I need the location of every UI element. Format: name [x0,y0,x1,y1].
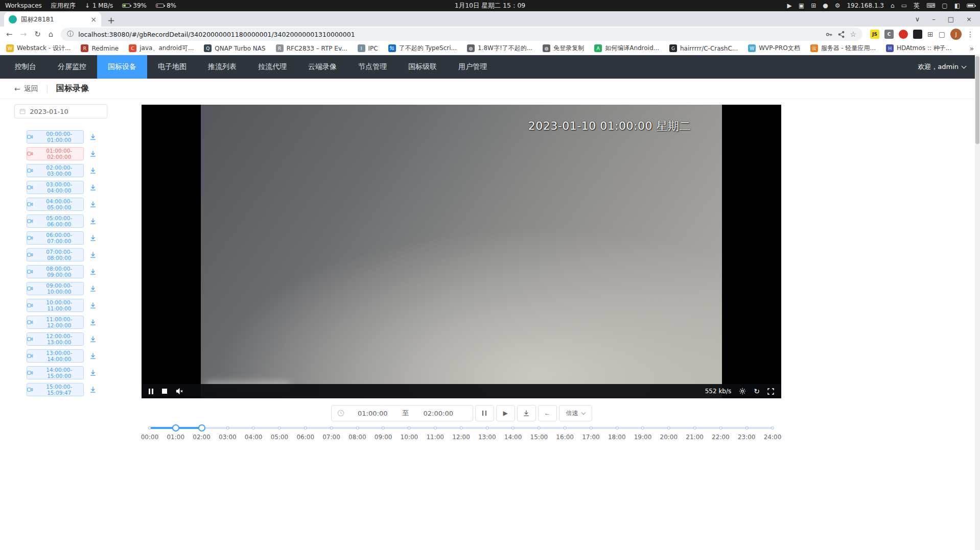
bookmark-item[interactable]: R Redmine [81,44,119,52]
clipboard-tray-icon[interactable]: ⊞ [811,2,816,9]
timeline-dot[interactable] [511,426,515,429]
timeline-dot[interactable] [356,426,359,429]
applications-menu[interactable]: 应用程序 [51,2,76,10]
bookmark-item[interactable]: ◍ 免登录复制 [543,44,584,53]
timeline-tick[interactable]: 17:00 [582,424,600,441]
tools-tray-icon[interactable]: ⚙ [835,2,841,9]
timeline-dot[interactable] [615,426,618,429]
timeline-dot[interactable] [330,426,333,429]
bookmark-item[interactable]: G hairrrrr/C-CrashC... [669,44,738,52]
extension-dark-icon[interactable] [913,30,922,39]
record-segment-button[interactable]: 04:00:00-05:00:00 [27,198,84,211]
player-settings-icon[interactable] [739,388,746,395]
timeline-tick[interactable]: 00:00 [141,424,159,441]
timeline-dot[interactable] [408,426,411,429]
extension-gray-icon[interactable]: C [884,30,894,39]
range-end-time[interactable]: 02:00:00 [410,410,467,417]
timeline-tick[interactable]: 23:00 [738,424,756,441]
timeline-tick[interactable]: 16:00 [556,424,574,441]
record-segment-button[interactable]: 10:00:00-11:00:00 [27,299,84,312]
bookmark-item[interactable]: 云 服务器 - 轻量应用... [810,44,876,53]
extensions-puzzle-icon[interactable]: ⊞ [927,30,934,38]
bookmark-item[interactable]: Q QNAP Turbo NAS [204,44,265,52]
segment-download-icon[interactable] [89,336,97,343]
segment-download-icon[interactable] [89,167,97,174]
keyboard-tray-icon[interactable]: ⌨ [926,2,935,9]
player-fullscreen-icon[interactable] [767,388,774,395]
browser-back-button[interactable]: ← [6,31,13,38]
segment-download-icon[interactable] [89,218,97,225]
timeline-dot[interactable] [252,426,255,429]
bookmark-item[interactable]: I IPC [358,44,378,52]
record-tray-icon[interactable]: ● [823,2,828,9]
play-button[interactable]: ▶ [496,405,515,421]
timeline-tick[interactable]: 22:00 [712,424,730,441]
timeline-slider[interactable]: 00:00 01:00 02:00 03:00 [150,424,773,448]
play-tray-icon[interactable]: ▶ [787,2,792,9]
segment-download-icon[interactable] [89,201,97,208]
segment-download-icon[interactable] [89,251,97,258]
segment-download-icon[interactable] [89,319,97,326]
timeline-dot[interactable] [226,426,229,429]
notification-tray-icon[interactable]: ▭ [901,2,907,9]
timeline-tick[interactable]: 12:00 [452,424,470,441]
date-picker-input[interactable] [30,108,102,115]
window-maximize-button[interactable]: □ [948,15,954,23]
date-picker[interactable] [14,104,107,118]
nav-menu-item[interactable]: 电子地图 [147,55,197,79]
timeline-tick[interactable]: 20:00 [660,424,678,441]
timeline-tick[interactable]: 14:00 [504,424,522,441]
record-segment-button[interactable]: 03:00:00-04:00:00 [27,181,84,194]
timeline-tick[interactable]: 07:00 [322,424,340,441]
timeline-dot[interactable] [434,426,437,429]
nav-menu-item[interactable]: 分屏监控 [47,55,97,79]
nav-menu-item[interactable]: 用户管理 [448,55,498,79]
timeline-tick[interactable]: 18:00 [608,424,626,441]
volume-tray-icon[interactable]: ◧ [954,2,960,9]
record-segment-button[interactable]: 15:00:00-15:09:47 [27,383,84,396]
extension-red-icon[interactable] [899,30,908,39]
segment-download-icon[interactable] [89,133,97,140]
timeline-tick[interactable]: 04:00 [245,424,263,441]
record-segment-button[interactable]: 02:00:00-03:00:00 [27,164,84,177]
segment-download-icon[interactable] [89,369,97,376]
video-player[interactable]: 2023-01-10 01:00:00 星期二 552 kb/s ↻ [142,105,781,398]
extension-js-icon[interactable]: JS [870,30,879,39]
segment-download-icon[interactable] [89,268,97,275]
timeline-dot[interactable] [485,426,488,429]
record-segment-button[interactable]: 05:00:00-06:00:00 [27,214,84,228]
password-key-icon[interactable] [825,31,833,38]
new-tab-button[interactable]: + [107,15,115,26]
share-icon[interactable] [837,31,845,38]
user-menu[interactable]: 欢迎，admin [918,62,980,71]
nav-menu-item[interactable]: 国标设备 [97,55,147,79]
browser-tab[interactable]: 国标28181 × [4,12,101,27]
nav-menu-item[interactable]: 控制台 [4,55,47,79]
segment-download-icon[interactable] [89,352,97,360]
bookmark-item[interactable]: R RFC2833 – RTP Ev... [276,44,347,52]
player-pause-icon[interactable] [149,389,153,394]
nav-menu-item[interactable]: 云端录像 [297,55,347,79]
segment-download-icon[interactable] [89,234,97,242]
record-segment-button[interactable]: 06:00:00-07:00:00 [27,231,84,245]
bookmark-star-icon[interactable]: ☆ [850,30,856,38]
nav-menu-item[interactable]: 节点管理 [347,55,398,79]
bookmark-item[interactable]: H HDAtmos :: 种子... [886,44,951,53]
bookmark-item[interactable]: ◍ 1.8W字!了不起的... [467,44,532,53]
browser-menu-icon[interactable]: ⋮ [967,30,974,38]
download-button[interactable] [517,405,536,421]
address-bar[interactable]: ⓘ localhost:38080/#/gbRecordDetail/34020… [61,28,862,41]
timeline-tick[interactable]: 05:00 [271,424,289,441]
segment-download-icon[interactable] [89,302,97,309]
record-segment-button[interactable]: 01:00:00-02:00:00 [27,147,84,160]
bookmark-item[interactable]: W Webstack - 设计... [6,44,71,53]
range-start-time[interactable]: 01:00:00 [344,410,402,417]
timeline-dot[interactable] [719,426,722,429]
player-refresh-icon[interactable]: ↻ [754,388,760,395]
browser-forward-button[interactable]: → [20,31,27,38]
side-panel-icon[interactable]: ▢ [939,30,945,38]
player-stop-icon[interactable] [162,389,167,394]
bookmarks-overflow-icon[interactable]: » [969,44,974,53]
window-close-button[interactable]: × [966,15,972,23]
segment-download-icon[interactable] [89,150,97,157]
